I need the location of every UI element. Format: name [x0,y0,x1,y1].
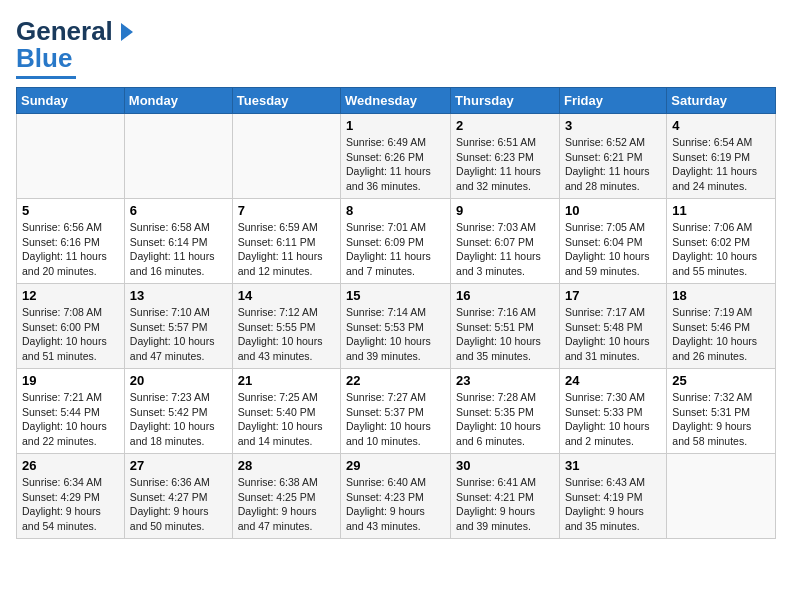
day-info: Sunrise: 6:34 AMSunset: 4:29 PMDaylight:… [22,475,119,534]
calendar-cell: 11Sunrise: 7:06 AMSunset: 6:02 PMDayligh… [667,199,776,284]
col-header-sunday: Sunday [17,88,125,114]
day-number: 31 [565,458,661,473]
day-info: Sunrise: 6:56 AMSunset: 6:16 PMDaylight:… [22,220,119,279]
day-number: 14 [238,288,335,303]
day-number: 4 [672,118,770,133]
calendar-cell: 17Sunrise: 7:17 AMSunset: 5:48 PMDayligh… [559,284,666,369]
day-number: 1 [346,118,445,133]
col-header-thursday: Thursday [451,88,560,114]
day-info: Sunrise: 7:27 AMSunset: 5:37 PMDaylight:… [346,390,445,449]
day-info: Sunrise: 7:05 AMSunset: 6:04 PMDaylight:… [565,220,661,279]
day-info: Sunrise: 7:21 AMSunset: 5:44 PMDaylight:… [22,390,119,449]
calendar-cell: 8Sunrise: 7:01 AMSunset: 6:09 PMDaylight… [341,199,451,284]
day-info: Sunrise: 7:32 AMSunset: 5:31 PMDaylight:… [672,390,770,449]
day-info: Sunrise: 7:17 AMSunset: 5:48 PMDaylight:… [565,305,661,364]
day-number: 8 [346,203,445,218]
col-header-monday: Monday [124,88,232,114]
day-number: 23 [456,373,554,388]
day-info: Sunrise: 7:14 AMSunset: 5:53 PMDaylight:… [346,305,445,364]
calendar-cell: 2Sunrise: 6:51 AMSunset: 6:23 PMDaylight… [451,114,560,199]
logo-line [16,76,76,79]
day-number: 10 [565,203,661,218]
day-number: 20 [130,373,227,388]
day-number: 27 [130,458,227,473]
calendar-cell: 27Sunrise: 6:36 AMSunset: 4:27 PMDayligh… [124,454,232,539]
page-header: General Blue [16,16,776,79]
day-number: 9 [456,203,554,218]
day-info: Sunrise: 7:28 AMSunset: 5:35 PMDaylight:… [456,390,554,449]
calendar-cell: 16Sunrise: 7:16 AMSunset: 5:51 PMDayligh… [451,284,560,369]
day-info: Sunrise: 6:43 AMSunset: 4:19 PMDaylight:… [565,475,661,534]
calendar-cell: 10Sunrise: 7:05 AMSunset: 6:04 PMDayligh… [559,199,666,284]
day-number: 11 [672,203,770,218]
day-info: Sunrise: 6:54 AMSunset: 6:19 PMDaylight:… [672,135,770,194]
calendar-cell: 29Sunrise: 6:40 AMSunset: 4:23 PMDayligh… [341,454,451,539]
day-number: 18 [672,288,770,303]
day-info: Sunrise: 7:08 AMSunset: 6:00 PMDaylight:… [22,305,119,364]
calendar-cell: 4Sunrise: 6:54 AMSunset: 6:19 PMDaylight… [667,114,776,199]
day-number: 19 [22,373,119,388]
calendar-table: SundayMondayTuesdayWednesdayThursdayFrid… [16,87,776,539]
calendar-cell: 6Sunrise: 6:58 AMSunset: 6:14 PMDaylight… [124,199,232,284]
calendar-cell: 15Sunrise: 7:14 AMSunset: 5:53 PMDayligh… [341,284,451,369]
day-number: 12 [22,288,119,303]
logo: General Blue [16,16,135,79]
calendar-cell: 13Sunrise: 7:10 AMSunset: 5:57 PMDayligh… [124,284,232,369]
calendar-cell: 12Sunrise: 7:08 AMSunset: 6:00 PMDayligh… [17,284,125,369]
calendar-cell: 1Sunrise: 6:49 AMSunset: 6:26 PMDaylight… [341,114,451,199]
day-info: Sunrise: 6:41 AMSunset: 4:21 PMDaylight:… [456,475,554,534]
day-info: Sunrise: 7:25 AMSunset: 5:40 PMDaylight:… [238,390,335,449]
day-number: 28 [238,458,335,473]
col-header-friday: Friday [559,88,666,114]
calendar-cell [124,114,232,199]
day-info: Sunrise: 6:59 AMSunset: 6:11 PMDaylight:… [238,220,335,279]
day-number: 26 [22,458,119,473]
logo-arrow-icon [113,21,135,43]
day-number: 15 [346,288,445,303]
day-info: Sunrise: 7:03 AMSunset: 6:07 PMDaylight:… [456,220,554,279]
day-info: Sunrise: 6:58 AMSunset: 6:14 PMDaylight:… [130,220,227,279]
calendar-cell: 30Sunrise: 6:41 AMSunset: 4:21 PMDayligh… [451,454,560,539]
day-number: 24 [565,373,661,388]
day-number: 7 [238,203,335,218]
calendar-cell: 5Sunrise: 6:56 AMSunset: 6:16 PMDaylight… [17,199,125,284]
calendar-cell: 20Sunrise: 7:23 AMSunset: 5:42 PMDayligh… [124,369,232,454]
col-header-tuesday: Tuesday [232,88,340,114]
day-info: Sunrise: 6:51 AMSunset: 6:23 PMDaylight:… [456,135,554,194]
day-info: Sunrise: 6:36 AMSunset: 4:27 PMDaylight:… [130,475,227,534]
day-info: Sunrise: 7:19 AMSunset: 5:46 PMDaylight:… [672,305,770,364]
calendar-cell: 21Sunrise: 7:25 AMSunset: 5:40 PMDayligh… [232,369,340,454]
day-number: 13 [130,288,227,303]
calendar-cell [232,114,340,199]
calendar-cell: 24Sunrise: 7:30 AMSunset: 5:33 PMDayligh… [559,369,666,454]
calendar-cell [17,114,125,199]
day-info: Sunrise: 7:16 AMSunset: 5:51 PMDaylight:… [456,305,554,364]
calendar-cell: 25Sunrise: 7:32 AMSunset: 5:31 PMDayligh… [667,369,776,454]
day-info: Sunrise: 7:23 AMSunset: 5:42 PMDaylight:… [130,390,227,449]
calendar-cell: 28Sunrise: 6:38 AMSunset: 4:25 PMDayligh… [232,454,340,539]
calendar-cell [667,454,776,539]
logo-blue: Blue [16,43,72,74]
calendar-cell: 26Sunrise: 6:34 AMSunset: 4:29 PMDayligh… [17,454,125,539]
calendar-cell: 19Sunrise: 7:21 AMSunset: 5:44 PMDayligh… [17,369,125,454]
day-number: 3 [565,118,661,133]
day-number: 5 [22,203,119,218]
calendar-cell: 3Sunrise: 6:52 AMSunset: 6:21 PMDaylight… [559,114,666,199]
day-number: 17 [565,288,661,303]
day-number: 21 [238,373,335,388]
calendar-cell: 23Sunrise: 7:28 AMSunset: 5:35 PMDayligh… [451,369,560,454]
day-number: 16 [456,288,554,303]
col-header-saturday: Saturday [667,88,776,114]
day-info: Sunrise: 6:49 AMSunset: 6:26 PMDaylight:… [346,135,445,194]
day-info: Sunrise: 7:10 AMSunset: 5:57 PMDaylight:… [130,305,227,364]
day-info: Sunrise: 7:01 AMSunset: 6:09 PMDaylight:… [346,220,445,279]
day-info: Sunrise: 7:06 AMSunset: 6:02 PMDaylight:… [672,220,770,279]
day-info: Sunrise: 7:30 AMSunset: 5:33 PMDaylight:… [565,390,661,449]
day-number: 6 [130,203,227,218]
day-info: Sunrise: 6:40 AMSunset: 4:23 PMDaylight:… [346,475,445,534]
day-number: 25 [672,373,770,388]
day-number: 30 [456,458,554,473]
calendar-cell: 22Sunrise: 7:27 AMSunset: 5:37 PMDayligh… [341,369,451,454]
day-number: 22 [346,373,445,388]
calendar-cell: 14Sunrise: 7:12 AMSunset: 5:55 PMDayligh… [232,284,340,369]
